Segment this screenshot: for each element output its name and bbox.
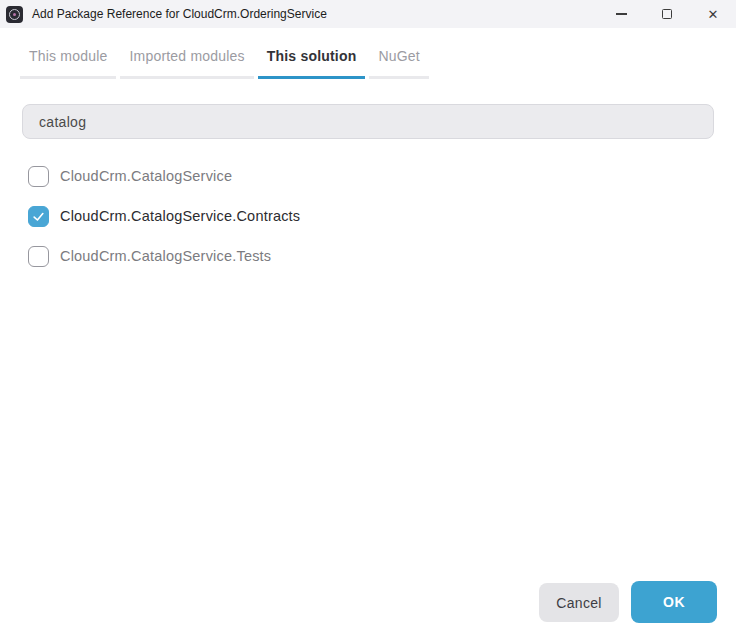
- package-name: CloudCrm.CatalogService.Tests: [60, 248, 271, 264]
- package-row-tests[interactable]: CloudCrm.CatalogService.Tests: [0, 236, 736, 276]
- cancel-button[interactable]: Cancel: [539, 583, 619, 622]
- close-icon: ✕: [708, 7, 719, 22]
- search-container: [0, 104, 736, 139]
- package-name: CloudCrm.CatalogService.Contracts: [60, 208, 300, 224]
- package-name: CloudCrm.CatalogService: [60, 168, 232, 184]
- package-row-catalogservice[interactable]: CloudCrm.CatalogService: [0, 156, 736, 196]
- checkbox-unchecked[interactable]: [28, 246, 49, 267]
- checkbox-unchecked[interactable]: [28, 166, 49, 187]
- tab-bar: This module Imported modules This soluti…: [0, 43, 736, 79]
- search-input[interactable]: [22, 104, 714, 139]
- window-controls: ✕: [598, 0, 736, 28]
- maximize-button[interactable]: [644, 0, 690, 28]
- tab-imported-modules[interactable]: Imported modules: [120, 43, 253, 79]
- checkbox-checked[interactable]: [28, 206, 49, 227]
- window-title: Add Package Reference for CloudCrm.Order…: [32, 7, 327, 21]
- close-button[interactable]: ✕: [690, 0, 736, 28]
- package-row-contracts[interactable]: CloudCrm.CatalogService.Contracts: [0, 196, 736, 236]
- maximize-icon: [662, 9, 672, 19]
- tab-this-solution[interactable]: This solution: [258, 43, 366, 79]
- minimize-button[interactable]: [598, 0, 644, 28]
- ok-button[interactable]: OK: [631, 581, 717, 623]
- app-icon: [6, 6, 23, 23]
- check-icon: [32, 210, 45, 223]
- tab-this-module[interactable]: This module: [20, 43, 116, 79]
- package-list: CloudCrm.CatalogService CloudCrm.Catalog…: [0, 156, 736, 276]
- tab-nuget[interactable]: NuGet: [369, 43, 428, 79]
- title-bar: Add Package Reference for CloudCrm.Order…: [0, 0, 736, 28]
- minimize-icon: [616, 13, 627, 14]
